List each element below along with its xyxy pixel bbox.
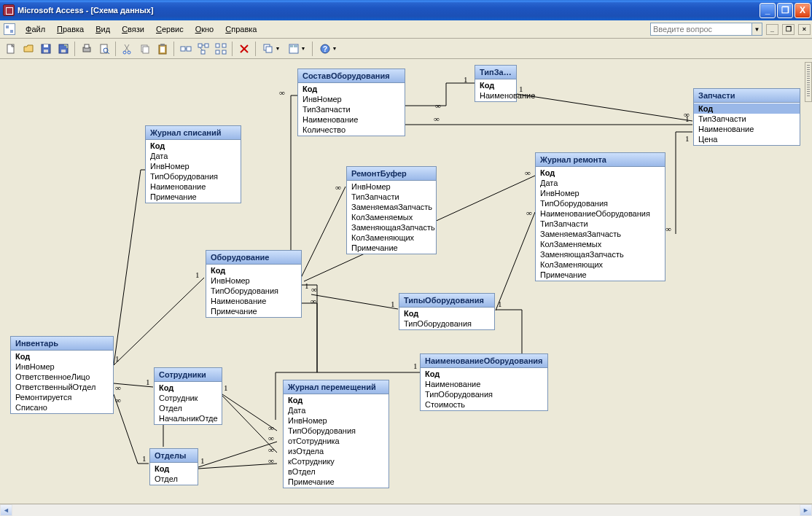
menu-relations[interactable]: Связи (116, 23, 150, 36)
field[interactable]: Наименование (694, 124, 800, 134)
field[interactable]: Стоимость (421, 399, 547, 410)
field[interactable]: Дата (146, 151, 241, 161)
field[interactable]: кСотруднику (284, 456, 389, 466)
field[interactable]: КолЗаменяемых (536, 239, 665, 249)
table-title[interactable]: ТипЗапча... (475, 66, 516, 79)
field[interactable]: Наименование (475, 90, 516, 101)
table-title[interactable]: ТипыОборудования (399, 294, 494, 308)
horizontal-scrollbar[interactable]: ◄ ► (0, 504, 812, 516)
table-sostav-oborudovaniya[interactable]: СоставОборудования Код ИнвНомер ТипЗапча… (297, 69, 405, 136)
table-remont-bufer[interactable]: РемонтБуфер ИнвНомер ТипЗапчасти Заменяе… (346, 166, 437, 254)
field[interactable]: Примечание (146, 192, 241, 202)
field[interactable]: Дата (284, 405, 389, 415)
field[interactable]: ЗаменяющаяЗапчасть (347, 222, 436, 232)
field[interactable]: ЗаменяющаяЗапчасть (536, 249, 665, 259)
field[interactable]: ТипЗапчасти (298, 104, 405, 114)
field[interactable]: Отдел (150, 474, 198, 484)
restore-button[interactable]: ❐ (777, 3, 793, 18)
table-title[interactable]: Журнал ремонта (536, 153, 665, 167)
menu-file[interactable]: Файл (20, 23, 51, 36)
table-otdely[interactable]: Отделы Код Отдел (149, 448, 198, 485)
table-oborudovanie[interactable]: Оборудование Код ИнвНомер ТипОборудовани… (206, 250, 302, 318)
field[interactable]: Код (399, 308, 494, 318)
field[interactable]: Код (155, 383, 222, 393)
field[interactable]: Код (536, 168, 665, 178)
field[interactable]: Сотрудник (155, 393, 222, 403)
field[interactable]: Код (150, 464, 198, 474)
open-button[interactable] (20, 41, 36, 57)
table-zapchasti[interactable]: Запчасти Код ТипЗапчасти Наименование Це… (693, 88, 800, 146)
field[interactable]: ОтветственныйОтдел (11, 382, 113, 392)
field[interactable]: Код (284, 395, 389, 405)
table-title[interactable]: СоставОборудования (298, 69, 405, 83)
field[interactable]: Код (475, 80, 516, 90)
new-button[interactable] (2, 41, 19, 57)
menu-edit[interactable]: Правка (51, 23, 90, 36)
field[interactable]: Код (206, 265, 301, 275)
show-direct-button[interactable] (195, 41, 211, 57)
menu-help[interactable]: Справка (219, 23, 262, 36)
field[interactable]: ТипЗапчасти (694, 114, 800, 124)
ask-dropdown-icon[interactable]: ▼ (752, 23, 762, 36)
field[interactable]: ТипОборудования (146, 171, 241, 181)
field[interactable]: ЗаменяемаяЗапчасть (536, 229, 665, 239)
table-title[interactable]: Сотрудники (155, 368, 222, 382)
field[interactable]: ТипОборудования (536, 198, 665, 208)
field[interactable]: ТипОборудования (206, 286, 301, 296)
schema-canvas[interactable]: 1 ∞ 1 ∞ 1 ∞ 1 ∞ 1 ∞ 1 ∞ 1 ∞ (0, 59, 812, 504)
field[interactable]: Отдел (155, 403, 222, 413)
table-title[interactable]: РемонтБуфер (347, 167, 436, 181)
help-button[interactable]: ?▼ (316, 41, 340, 57)
task-pane-handle[interactable] (805, 62, 812, 102)
table-title[interactable]: НаименованиеОборудования (421, 354, 547, 368)
mdi-window-icon[interactable] (4, 23, 15, 35)
ask-a-question-input[interactable] (650, 23, 752, 36)
delete-button[interactable] (235, 41, 252, 57)
print-button[interactable] (78, 41, 95, 57)
field[interactable]: ЗаменяемаяЗапчасть (347, 202, 436, 212)
menu-window[interactable]: Окно (190, 23, 220, 36)
field[interactable]: Дата (536, 178, 665, 188)
copy-button[interactable] (136, 41, 153, 57)
scroll-track[interactable] (12, 504, 800, 516)
table-title[interactable]: Запчасти (694, 89, 800, 103)
field[interactable]: вОтдел (284, 466, 389, 477)
field[interactable]: изОтдела (284, 446, 389, 456)
field[interactable]: Код (11, 351, 113, 361)
field[interactable]: ТипОборудования (284, 426, 389, 436)
field[interactable]: ОтветственноеЛицо (11, 372, 113, 382)
relationships-button[interactable] (177, 41, 194, 57)
preview-button[interactable] (95, 41, 112, 57)
scroll-left-button[interactable]: ◄ (0, 504, 12, 516)
field[interactable]: Примечание (206, 306, 301, 316)
save-button[interactable] (37, 41, 54, 57)
field[interactable]: КолЗаменяющих (347, 232, 436, 243)
field[interactable]: ТипОборудования (421, 389, 547, 399)
field[interactable]: Код (146, 141, 241, 151)
field[interactable]: Примечание (284, 477, 389, 487)
field[interactable]: Количество (298, 125, 405, 135)
window-cascade-button[interactable]: ▼ (259, 41, 284, 57)
table-title[interactable]: Оборудование (206, 251, 301, 265)
field[interactable]: Цена (694, 134, 800, 144)
field[interactable]: ИнвНомер (298, 94, 405, 104)
close-button[interactable]: X (795, 3, 811, 18)
table-tipy-oborudovaniya[interactable]: ТипыОборудования Код ТипОборудования (399, 293, 495, 330)
menu-service[interactable]: Сервис (150, 23, 190, 36)
field[interactable]: КолЗаменяющих (536, 259, 665, 270)
field[interactable]: ТипОборудования (399, 318, 494, 329)
field[interactable]: Наименование (298, 114, 405, 125)
scroll-right-button[interactable]: ► (800, 504, 812, 516)
table-tip-zapchasti[interactable]: ТипЗапча... Код Наименование (475, 65, 517, 102)
minimize-button[interactable]: _ (760, 3, 776, 18)
field[interactable]: Наименование (146, 181, 241, 192)
table-title[interactable]: Инвентарь (11, 337, 113, 351)
mdi-close-button[interactable]: × (798, 24, 811, 35)
field[interactable]: ТипЗапчасти (536, 219, 665, 229)
saveas-button[interactable] (55, 41, 71, 57)
mdi-restore-button[interactable]: ❐ (782, 24, 795, 35)
show-all-button[interactable] (212, 41, 229, 57)
cut-button[interactable] (119, 41, 136, 57)
menu-view[interactable]: Вид (90, 23, 116, 36)
field[interactable]: Списано (11, 402, 113, 413)
